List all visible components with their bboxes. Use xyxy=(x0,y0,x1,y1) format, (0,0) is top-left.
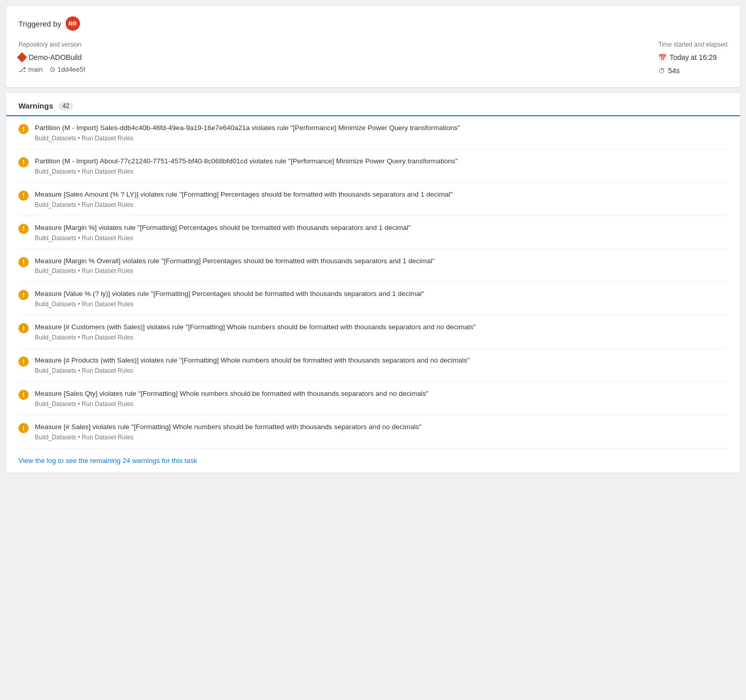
warning-content: Measure [# Customers (with Sales)] viola… xyxy=(35,323,728,341)
warning-content: Partition (M - Import) Sales-ddb4c40b-46… xyxy=(35,123,728,142)
warning-text: Measure [Margin % Overall] violates rule… xyxy=(35,257,728,266)
commit-icon: ⊙ xyxy=(50,66,55,73)
warning-meta: Build_Datasets • Run Dataset Rules xyxy=(35,334,728,341)
warning-text: Measure [# Customers (with Sales)] viola… xyxy=(35,323,728,332)
warning-item: ! Measure [Margin % Overall] violates ru… xyxy=(18,249,728,283)
repo-branch: ⎇ main ⊙ 1dd4ee5f xyxy=(18,66,85,73)
warning-icon: ! xyxy=(18,356,29,367)
warning-icon: ! xyxy=(18,157,29,167)
build-info-card: Triggered by RR Repository and version D… xyxy=(6,6,740,87)
warning-text: Measure [# Products (with Sales)] violat… xyxy=(35,356,728,366)
warning-text: Measure [# Sales] violates rule "[Format… xyxy=(35,422,728,432)
warnings-header: Warnings 42 xyxy=(6,93,740,116)
warning-meta: Build_Datasets • Run Dataset Rules xyxy=(35,201,728,208)
branch-name: main xyxy=(28,66,43,73)
commit-item: ⊙ 1dd4ee5f xyxy=(50,66,85,73)
warning-icon: ! xyxy=(18,124,29,134)
warning-meta: Build_Datasets • Run Dataset Rules xyxy=(35,434,728,441)
view-log-link[interactable]: View the log to see the remaining 24 war… xyxy=(6,449,740,473)
warning-meta: Build_Datasets • Run Dataset Rules xyxy=(35,367,728,374)
warning-meta: Build_Datasets • Run Dataset Rules xyxy=(35,301,728,308)
warning-icon: ! xyxy=(18,190,29,201)
branch-item: ⎇ main xyxy=(18,66,43,73)
warning-icon: ! xyxy=(18,257,29,267)
warning-content: Measure [# Products (with Sales)] violat… xyxy=(35,356,728,374)
warning-item: ! Measure [Value % (? ly)] violates rule… xyxy=(18,282,728,315)
time-started: Today at 16:29 xyxy=(670,53,717,61)
warning-icon: ! xyxy=(18,290,29,300)
warning-list: ! Partition (M - Import) Sales-ddb4c40b-… xyxy=(6,116,740,449)
warning-text: Measure [Value % (? ly)] violates rule "… xyxy=(35,289,728,299)
warning-text: Measure [Sales Amount (% ? LY)] violates… xyxy=(35,190,728,200)
warning-item: ! Measure [Margin %] violates rule "[For… xyxy=(18,216,728,249)
warnings-card: Warnings 42 ! Partition (M - Import) Sal… xyxy=(6,93,740,473)
warning-text: Partition (M - Import) About-77c21240-77… xyxy=(35,157,728,166)
warning-meta: Build_Datasets • Run Dataset Rules xyxy=(35,235,728,242)
avatar: RR xyxy=(66,16,80,31)
warning-meta: Build_Datasets • Run Dataset Rules xyxy=(35,400,728,408)
branch-icon: ⎇ xyxy=(18,66,26,73)
time-elapsed-row: ⏱ 54s xyxy=(658,67,728,75)
meta-row: Repository and version Demo-ADOBuild ⎇ m… xyxy=(18,41,728,77)
warnings-title: Warnings xyxy=(18,101,53,110)
warning-meta: Build_Datasets • Run Dataset Rules xyxy=(35,168,728,175)
triggered-label: Triggered by xyxy=(18,19,61,28)
warning-content: Measure [Margin % Overall] violates rule… xyxy=(35,257,728,275)
warning-text: Measure [Margin %] violates rule "[Forma… xyxy=(35,223,728,233)
warning-content: Measure [Sales Amount (% ? LY)] violates… xyxy=(35,190,728,208)
time-started-row: 📅 Today at 16:29 xyxy=(658,53,728,61)
warning-item: ! Measure [Sales Qty] violates rule "[Fo… xyxy=(18,382,728,415)
warning-item: ! Measure [Sales Amount (% ? LY)] violat… xyxy=(18,183,728,216)
warning-item: ! Measure [# Customers (with Sales)] vio… xyxy=(18,315,728,349)
time-section-label: Time started and elapsed xyxy=(658,41,728,48)
warning-text: Partition (M - Import) Sales-ddb4c40b-46… xyxy=(35,123,728,133)
repo-name-text: Demo-ADOBuild xyxy=(29,53,81,61)
time-elapsed: 54s xyxy=(668,67,680,75)
clock-icon: ⏱ xyxy=(658,67,665,75)
calendar-icon: 📅 xyxy=(658,54,667,61)
warning-text: Measure [Sales Qty] violates rule "[Form… xyxy=(35,389,728,399)
warning-icon: ! xyxy=(18,323,29,333)
commit-hash: 1dd4ee5f xyxy=(57,66,85,73)
repo-name: Demo-ADOBuild xyxy=(18,53,85,61)
warnings-badge: 42 xyxy=(58,102,73,110)
repo-section-label: Repository and version xyxy=(18,41,85,48)
warning-icon: ! xyxy=(18,423,29,433)
warning-content: Measure [Value % (? ly)] violates rule "… xyxy=(35,289,728,308)
time-section: Time started and elapsed 📅 Today at 16:2… xyxy=(658,41,728,77)
repo-section: Repository and version Demo-ADOBuild ⎇ m… xyxy=(18,41,85,73)
warning-content: Measure [# Sales] violates rule "[Format… xyxy=(35,422,728,441)
warning-icon: ! xyxy=(18,390,29,400)
repo-icon xyxy=(17,52,27,62)
triggered-row: Triggered by RR xyxy=(18,16,728,31)
warning-content: Measure [Sales Qty] violates rule "[Form… xyxy=(35,389,728,408)
warning-item: ! Measure [# Products (with Sales)] viol… xyxy=(18,349,728,382)
warning-item: ! Partition (M - Import) Sales-ddb4c40b-… xyxy=(18,116,728,150)
warning-content: Measure [Margin %] violates rule "[Forma… xyxy=(35,223,728,242)
warning-icon: ! xyxy=(18,224,29,234)
warning-content: Partition (M - Import) About-77c21240-77… xyxy=(35,157,728,175)
warning-meta: Build_Datasets • Run Dataset Rules xyxy=(35,267,728,274)
warning-item: ! Partition (M - Import) About-77c21240-… xyxy=(18,150,728,183)
warning-meta: Build_Datasets • Run Dataset Rules xyxy=(35,135,728,142)
warning-item: ! Measure [# Sales] violates rule "[Form… xyxy=(18,415,728,449)
